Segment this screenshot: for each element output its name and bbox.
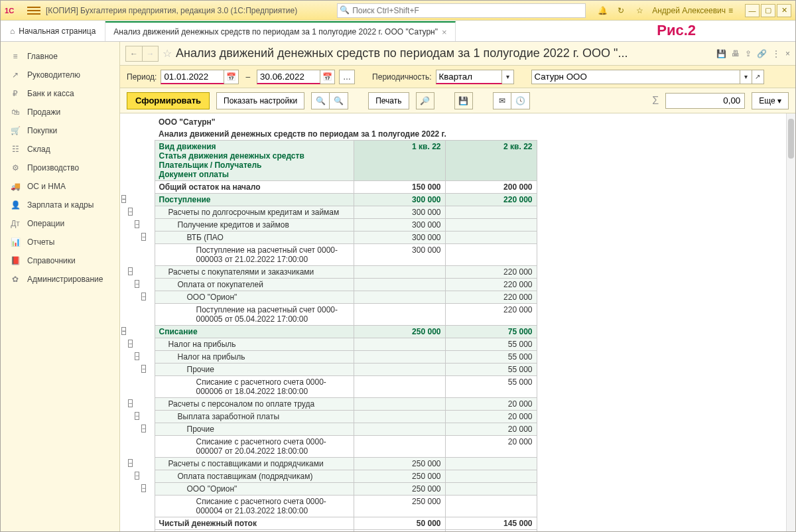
more-button[interactable]: Еще ▾ [752,92,789,109]
history-icon[interactable]: ↻ [615,5,627,17]
row-desc: Списание с расчетного счета 0000-000004 … [155,496,354,517]
user-menu[interactable]: Андрей Алексеевич ≡ [652,6,733,15]
active-tab[interactable]: Анализ движений денежных средств по пери… [105,21,455,41]
sidebar-item-5[interactable]: ☷Склад [1,140,119,159]
sidebar-item-label: Продажи [27,107,60,117]
date-to-field[interactable]: 📅 [257,70,335,84]
bell-icon[interactable]: 🔔 [596,5,608,17]
home-tab-label: Начальная страница [19,27,96,36]
nav-forward-button[interactable]: → [142,46,158,61]
periodicity-select[interactable]: ▾ [436,70,514,84]
kebab-icon[interactable]: ⋮ [772,49,780,58]
link-icon[interactable]: 🔗 [757,49,767,58]
period-label: Период: [127,72,157,82]
tab-close-icon[interactable]: × [442,27,447,37]
sidebar-item-4[interactable]: 🛒Покупки [1,121,119,140]
table-row: −Прочие55 000 [121,364,537,376]
tree-toggle[interactable]: − [135,220,139,228]
row-val1: 250 000 [354,470,445,483]
home-tab[interactable]: ⌂ Начальная страница [1,21,105,41]
sidebar-item-12[interactable]: ✿Администрирование [1,270,119,289]
date-to-calendar-icon[interactable]: 📅 [320,70,335,84]
row-val2: 55 000 [445,376,537,398]
tree-toggle[interactable]: − [141,293,146,300]
date-from-calendar-icon[interactable]: 📅 [224,70,239,84]
organization-open-icon[interactable]: ↗ [752,70,764,84]
nav-back-button[interactable]: ← [126,46,142,61]
tree-toggle[interactable]: − [128,340,133,348]
periodicity-dropdown-icon[interactable]: ▾ [502,70,514,84]
user-name: Андрей Алексеевич [652,6,726,15]
tree-toggle[interactable]: − [141,425,146,432]
sidebar-item-7[interactable]: 🚚ОС и НМА [1,177,119,196]
minimize-button[interactable]: — [745,4,760,17]
row-val2: 55 000 [445,338,537,351]
report-scroll[interactable]: ООО "Сатурн"Анализ движений денежных сре… [120,116,795,531]
sidebar-item-8[interactable]: 👤Зарплата и кадры [1,196,119,214]
sidebar-item-11[interactable]: 📕Справочники [1,251,119,270]
find-icon[interactable]: 🔍 [311,92,330,109]
tree-toggle[interactable]: − [141,484,146,492]
row-val1 [354,436,445,458]
row-val1: 250 000 [354,326,445,338]
row-val2: 220 000 [445,291,537,304]
periodicity-input[interactable] [436,70,502,84]
sidebar-item-6[interactable]: ⚙Производство [1,159,119,177]
tree-toggle[interactable]: − [141,365,146,373]
generate-button[interactable]: Сформировать [127,92,210,109]
organization-input[interactable] [531,70,740,84]
titlebar-icons: 🔔 ↻ ☆ Андрей Алексеевич ≡ [596,5,733,17]
search-icon: 🔍 [340,5,350,15]
sidebar-item-2[interactable]: ₽Банк и касса [1,84,119,103]
tree-toggle[interactable]: − [128,208,133,216]
find-back-icon[interactable]: 🔍 [330,92,348,109]
organization-dropdown-icon[interactable]: ▾ [740,70,752,84]
sidebar-item-10[interactable]: 📊Отчеты [1,233,119,251]
sum-input[interactable] [665,93,745,109]
tree-toggle[interactable]: − [135,412,139,420]
row-desc: Получение кредитов и займов [155,219,354,232]
vertical-scrollbar[interactable] [786,113,795,531]
export-icon[interactable]: ⇪ [745,49,752,58]
global-search[interactable]: 🔍 [337,3,586,18]
sidebar-item-1[interactable]: ↗Руководителю [1,66,119,84]
window-title: [КОПИЯ] Бухгалтерия предприятия, редакци… [46,6,297,15]
print-button[interactable]: Печать [368,92,409,109]
save-icon[interactable]: 💾 [716,49,726,58]
tree-toggle[interactable]: − [135,352,139,360]
tree-toggle[interactable]: − [128,267,133,275]
tree-toggle[interactable]: − [121,195,126,203]
show-settings-button[interactable]: Показать настройки [216,92,304,109]
date-from-input[interactable] [161,70,224,84]
tree-toggle[interactable]: − [135,472,139,480]
sidebar-icon: ↗ [10,70,21,80]
sidebar-item-0[interactable]: ≡Главное [1,47,119,66]
date-from-field[interactable]: 📅 [161,70,239,84]
menu-icon[interactable] [27,4,40,17]
tree-toggle[interactable]: − [121,327,126,335]
row-desc: Расчеты по долгосрочным кредитам и займа… [155,206,354,219]
search-input[interactable] [337,3,586,18]
clock-icon[interactable]: 🕓 [511,92,530,109]
window-buttons: — ▢ ✕ [745,4,791,17]
maximize-button[interactable]: ▢ [761,4,775,17]
close-panel-icon[interactable]: × [785,49,790,58]
tree-toggle[interactable]: − [135,280,139,288]
close-button[interactable]: ✕ [777,4,791,17]
row-val2: 220 000 [445,304,537,326]
mail-icon[interactable]: ✉ [493,92,511,109]
tree-toggle[interactable]: − [141,233,146,241]
tree-toggle[interactable]: − [128,399,133,407]
sidebar-item-3[interactable]: 🛍Продажи [1,103,119,121]
organization-select[interactable]: ▾ ↗ [531,70,764,84]
tree-toggle[interactable]: − [128,459,133,467]
print-icon[interactable]: 🖶 [732,49,740,58]
disk-icon[interactable]: 💾 [454,92,473,109]
sidebar-item-9[interactable]: ДтОперации [1,214,119,233]
favorite-icon[interactable]: ☆ [163,47,172,60]
star-icon[interactable]: ☆ [633,5,645,17]
row-val1 [354,364,445,376]
preview-icon[interactable]: 🔎 [416,92,434,109]
date-to-input[interactable] [257,70,320,84]
period-picker-button[interactable]: … [339,70,355,84]
